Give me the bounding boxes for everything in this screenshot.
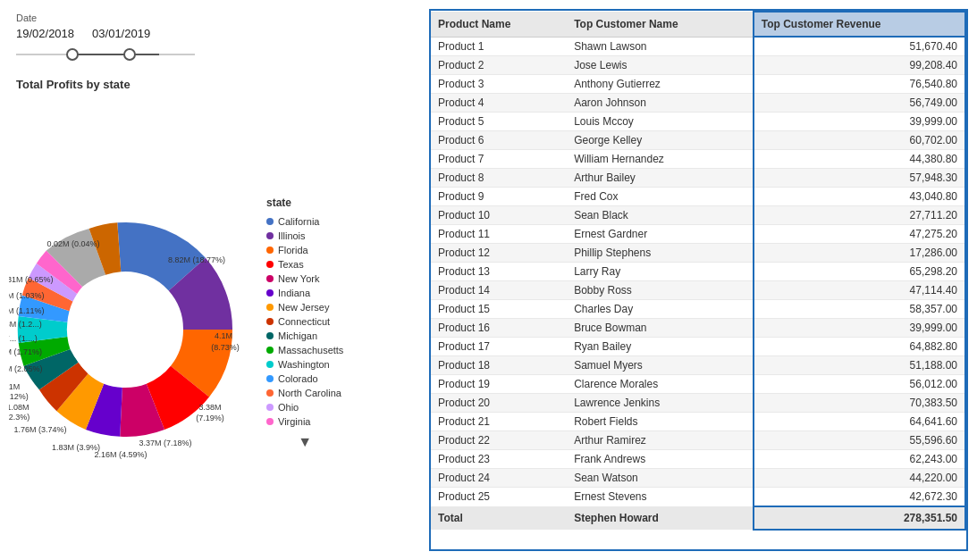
- table-row: Product 5Louis Mccoy39,999.00: [431, 113, 965, 131]
- label-colorado: 0.7... (1....): [9, 334, 38, 343]
- slider-thumb-left[interactable]: [66, 48, 79, 61]
- legend-dot-newjersey: [266, 304, 274, 311]
- cell-customer: Phillip Stephens: [567, 244, 754, 263]
- legend-label-ohio: Ohio: [278, 402, 299, 413]
- legend-dot-newyork: [266, 275, 274, 282]
- legend-item-newjersey: New Jersey: [266, 302, 343, 313]
- table-row: Product 12Phillip Stephens17,286.00: [431, 244, 965, 263]
- legend-dot-ohio: [266, 404, 274, 411]
- table-row: Product 8Arthur Bailey57,948.30: [431, 169, 965, 188]
- legend-item-virginia: Virginia: [266, 416, 343, 427]
- label-illinois2: (8.73%): [211, 343, 240, 352]
- slider-thumb-right[interactable]: [123, 48, 136, 61]
- legend-label-michigan: Michigan: [278, 330, 317, 341]
- date-slider[interactable]: [16, 46, 195, 63]
- footer-customer: Stephen Howard: [567, 506, 754, 530]
- cell-revenue: 56,012.00: [754, 375, 965, 394]
- chart-area: 8.82M (18.77%) 4.1M (8.73%) 3.38M (7.19%…: [9, 98, 420, 551]
- left-panel: Date 19/02/2018 03/01/2019 Total Profits…: [9, 9, 420, 551]
- footer-revenue: 278,351.50: [754, 506, 965, 530]
- legend-dot-illinois: [266, 232, 274, 239]
- table-row: Product 23Frank Andrews62,243.00: [431, 450, 965, 469]
- cell-product: Product 25: [431, 488, 567, 507]
- legend-label-newjersey: New Jersey: [278, 302, 329, 313]
- scroll-indicator[interactable]: ▼: [266, 430, 343, 454]
- col-header-customer: Top Customer Name: [567, 12, 754, 37]
- cell-product: Product 18: [431, 356, 567, 375]
- legend-label-colorado: Colorado: [278, 373, 318, 384]
- cell-product: Product 2: [431, 56, 567, 75]
- legend-container: state California Illinois Florida Texas: [259, 189, 350, 461]
- legend-item-florida: Florida: [266, 245, 343, 255]
- legend-label-florida: Florida: [278, 245, 308, 255]
- cell-customer: Frank Andrews: [567, 450, 754, 469]
- label-other: 0.31M (0.65%): [9, 275, 54, 284]
- table-row: Product 18Samuel Myers51,188.00: [431, 356, 965, 375]
- cell-product: Product 1: [431, 37, 567, 56]
- footer-label: Total: [431, 506, 567, 530]
- cell-customer: Shawn Lawson: [567, 37, 754, 56]
- cell-revenue: 43,040.80: [754, 188, 965, 206]
- cell-revenue: 51,670.40: [754, 37, 965, 56]
- cell-product: Product 9: [431, 188, 567, 206]
- legend-item-connecticut: Connecticut: [266, 316, 343, 327]
- table-row: Product 2Jose Lewis99,208.40: [431, 56, 965, 75]
- label-newjersey: 1.76M (3.74%): [13, 425, 66, 434]
- label-ohio: 0.52M (1.11%): [9, 306, 45, 315]
- label-virginia: 0.48M (1.03%): [9, 291, 45, 300]
- legend-label-newyork: New York: [278, 273, 319, 284]
- cell-customer: Larry Ray: [567, 263, 754, 281]
- cell-revenue: 58,357.00: [754, 300, 965, 319]
- cell-customer: Sean Watson: [567, 469, 754, 488]
- cell-customer: Louis Mccoy: [567, 113, 754, 131]
- label-other2: 0.02M (0.04%): [46, 239, 99, 248]
- cell-product: Product 17: [431, 338, 567, 356]
- label-connecticut2: (2.3%): [9, 413, 29, 422]
- cell-product: Product 4: [431, 94, 567, 113]
- date-start: 19/02/2018: [16, 27, 74, 40]
- date-label: Date: [16, 13, 413, 23]
- cell-revenue: 39,999.00: [754, 113, 965, 131]
- cell-revenue: 44,220.00: [754, 469, 965, 488]
- cell-product: Product 15: [431, 300, 567, 319]
- main-container: Date 19/02/2018 03/01/2019 Total Profits…: [0, 0, 977, 560]
- cell-product: Product 10: [431, 206, 567, 225]
- legend-item-illinois: Illinois: [266, 230, 343, 241]
- table-wrapper[interactable]: Product Name Top Customer Name Top Custo…: [431, 11, 966, 549]
- table-row: Product 11Ernest Gardner47,275.20: [431, 225, 965, 244]
- right-panel: Product Name Top Customer Name Top Custo…: [429, 9, 968, 551]
- cell-product: Product 13: [431, 263, 567, 281]
- cell-revenue: 62,243.00: [754, 450, 965, 469]
- cell-revenue: 64,641.60: [754, 413, 965, 431]
- table-row: Product 14Bobby Ross47,114.40: [431, 281, 965, 300]
- table-row: Product 9Fred Cox43,040.80: [431, 188, 965, 206]
- label-michigan2: (2.12%): [9, 392, 29, 401]
- label-washington: 0.8M (1.71%): [9, 347, 42, 356]
- label-texas: 3.37M (7.18%): [139, 439, 191, 447]
- table-body: Product 1Shawn Lawson51,670.40Product 2J…: [431, 37, 965, 506]
- cell-customer: Ernest Gardner: [567, 225, 754, 244]
- cell-revenue: 47,114.40: [754, 281, 965, 300]
- legend-label-texas: Texas: [278, 259, 304, 270]
- table-row: Product 21Robert Fields64,641.60: [431, 413, 965, 431]
- table-row: Product 19Clarence Morales56,012.00: [431, 375, 965, 394]
- cell-revenue: 65,298.20: [754, 263, 965, 281]
- table-row: Product 15Charles Day58,357.00: [431, 300, 965, 319]
- table-row: Product 7William Hernandez44,380.80: [431, 150, 965, 169]
- cell-product: Product 12: [431, 244, 567, 263]
- cell-revenue: 17,286.00: [754, 244, 965, 263]
- legend-label-massachusetts: Massachusetts: [278, 345, 343, 355]
- cell-revenue: 55,596.60: [754, 431, 965, 450]
- cell-product: Product 20: [431, 394, 567, 413]
- table-row: Product 20Lawrence Jenkins70,383.50: [431, 394, 965, 413]
- legend-dot-massachusetts: [266, 347, 274, 354]
- legend-item-colorado: Colorado: [266, 373, 343, 384]
- cell-customer: Ernest Stevens: [567, 488, 754, 507]
- table-row: Product 10Sean Black27,711.20: [431, 206, 965, 225]
- legend-label-indiana: Indiana: [278, 288, 310, 298]
- legend-dot-washington: [266, 361, 274, 368]
- cell-product: Product 6: [431, 131, 567, 150]
- slider-track: [16, 54, 195, 55]
- cell-customer: Arthur Bailey: [567, 169, 754, 188]
- cell-customer: Bruce Bowman: [567, 319, 754, 338]
